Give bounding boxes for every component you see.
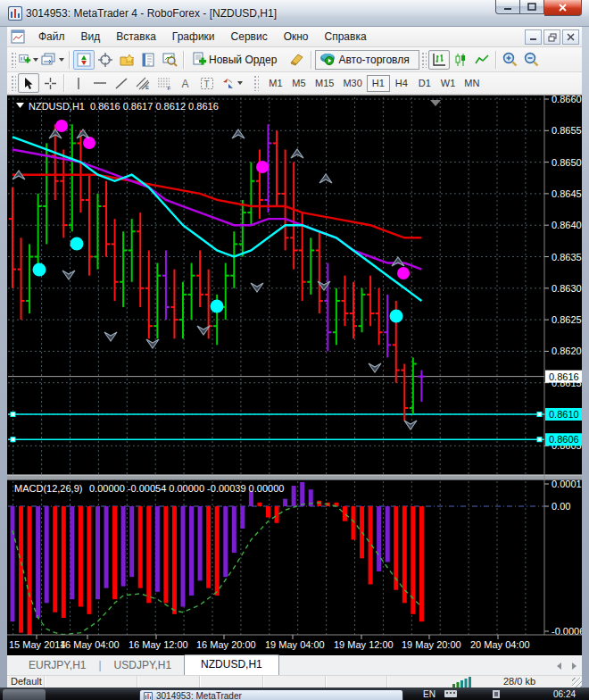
zoom-out-button[interactable] [521, 50, 543, 70]
timeframe-button-w1[interactable]: W1 [436, 75, 460, 92]
navigator-star-icon [120, 53, 135, 67]
navigator-button[interactable] [116, 50, 137, 70]
terminal-button[interactable] [137, 50, 159, 70]
chart-tab-nzdusd-h1[interactable]: NZDUSD,H1 [184, 654, 279, 675]
toolbar-separator [183, 51, 185, 69]
title-bar[interactable]: 3014953: MetaTrader 4 - RoboForex - [NZD… [0, 0, 589, 27]
svg-text:E: E [145, 85, 149, 90]
macd-histogram-bar [352, 506, 356, 539]
tab-scroll-arrows [557, 662, 577, 670]
timeframe-button-m5[interactable]: M5 [287, 75, 311, 92]
menu-item-сервис[interactable]: Сервис [223, 28, 276, 46]
timeframe-button-m1[interactable]: M1 [264, 75, 287, 92]
macd-histogram-bar [70, 506, 74, 599]
menu-item-вставка[interactable]: Вставка [108, 28, 164, 46]
close-button[interactable] [544, 0, 582, 16]
timeframe-button-h4[interactable]: H4 [390, 75, 413, 92]
macd-histogram-bar [121, 506, 126, 587]
timeframe-button-mn[interactable]: MN [460, 75, 484, 92]
strategy-tester-button[interactable] [159, 50, 180, 70]
timeframe-button-m15[interactable]: M15 [311, 75, 338, 92]
arrows-tool-button[interactable] [218, 73, 246, 93]
price-chart[interactable]: 0.86600.86550.86500.86450.86400.86350.86… [7, 96, 582, 656]
language-indicator[interactable]: EN [423, 689, 436, 699]
mdi-close-button[interactable] [562, 29, 579, 45]
zoom-in-icon [502, 52, 518, 67]
menu-items: ФайлВидВставкаГрафикиСервисОкноСправка [30, 28, 375, 46]
taskbar-app-button[interactable]: 3014953: MetaTrader [139, 689, 403, 700]
chart-tab-usdjpy-h1[interactable]: USDJPY,H1 [102, 656, 184, 675]
metatrader-logo-icon [8, 6, 22, 21]
text-button[interactable]: A [175, 73, 196, 93]
time-axis-label: 16 May 04:00 [60, 639, 120, 650]
menu-item-графики[interactable]: Графики [164, 28, 223, 46]
timeframe-button-h1[interactable]: H1 [367, 75, 390, 92]
keyboard-tray-icon [444, 689, 457, 698]
tab-scroll-right-icon[interactable] [572, 662, 577, 670]
macd-histogram-bar [138, 506, 143, 588]
cyan-signal-dot [33, 263, 46, 277]
metaeditor-icon [289, 53, 305, 66]
menu-item-окно[interactable]: Окно [276, 28, 317, 46]
metaeditor-button[interactable] [286, 50, 308, 70]
maximize-button[interactable] [520, 0, 544, 14]
taskbar-clock[interactable]: 06:24 [553, 689, 576, 699]
macd-histogram-bar [45, 506, 49, 603]
tester-magnifier-icon [162, 53, 178, 67]
chart-window-icon [11, 29, 25, 44]
toolbar-grip[interactable] [11, 52, 16, 68]
profile-name[interactable]: Default [7, 676, 45, 688]
mdi-restore-button[interactable] [543, 29, 560, 45]
toolbar-grip[interactable] [253, 75, 259, 91]
macd-histogram-bar [155, 506, 160, 592]
equidistant-channel-button[interactable]: E [132, 73, 153, 93]
macd-histogram-bar [343, 506, 347, 521]
svg-text:F: F [167, 85, 170, 90]
fibonacci-button[interactable]: F [153, 73, 175, 93]
new-chart-button[interactable] [18, 50, 39, 70]
toolbar-grip[interactable] [11, 75, 16, 91]
market-watch-button[interactable] [73, 50, 95, 70]
chart-tab-eurjpy-h1[interactable]: EURJPY,H1 [16, 656, 98, 675]
tray-app-icon[interactable] [493, 690, 500, 698]
crosshair-target-icon [98, 53, 112, 67]
zoom-in-button[interactable] [500, 50, 521, 70]
new-order-button[interactable]: Новый Ордер [187, 50, 286, 70]
quick-launch-area[interactable] [3, 689, 46, 700]
text-label-button[interactable]: T [196, 73, 218, 93]
cursor-button[interactable] [18, 73, 39, 93]
line-chart-button[interactable] [471, 50, 493, 70]
system-tray[interactable]: EN [423, 689, 457, 699]
crosshair-button[interactable] [39, 73, 61, 93]
data-window-button[interactable] [95, 50, 116, 70]
vertical-line-button[interactable] [68, 73, 89, 93]
line-handle [11, 412, 15, 417]
horizontal-line-button[interactable] [89, 73, 111, 93]
menu-item-вид[interactable]: Вид [73, 28, 109, 46]
macd-histogram-bar [402, 506, 407, 603]
magenta-signal-dot [256, 161, 269, 173]
trendline-button[interactable] [111, 73, 132, 93]
timeframe-button-d1[interactable]: D1 [413, 75, 436, 92]
dropdown-arrow-icon [33, 58, 38, 62]
mdi-close-icon [567, 33, 575, 41]
timeframe-button-m30[interactable]: M30 [338, 75, 366, 92]
macd-histogram-bar [163, 506, 168, 603]
horizontal-line-icon [93, 77, 107, 89]
mdi-minimize-button[interactable] [525, 29, 542, 45]
profiles-button[interactable] [39, 50, 66, 70]
tab-scroll-left-icon[interactable] [557, 662, 561, 670]
toolbar-grip[interactable] [421, 52, 427, 68]
terminal-icon [141, 53, 155, 67]
autotrading-button[interactable]: Авто-торговля [315, 50, 419, 70]
new-chart-icon [19, 53, 31, 67]
menu-item-справка[interactable]: Справка [317, 28, 375, 46]
candlestick-chart-button[interactable] [450, 50, 471, 70]
menu-item-файл[interactable]: Файл [30, 28, 73, 46]
time-axis-label: 16 May 20:00 [196, 639, 256, 650]
bar-chart-button[interactable] [428, 50, 450, 70]
resize-grip[interactable] [572, 678, 582, 688]
minimize-button[interactable] [495, 0, 520, 14]
chart-area[interactable]: 0.86600.86550.86500.86450.86400.86350.86… [7, 95, 582, 655]
current-price-label: 0.8616 [549, 371, 579, 382]
